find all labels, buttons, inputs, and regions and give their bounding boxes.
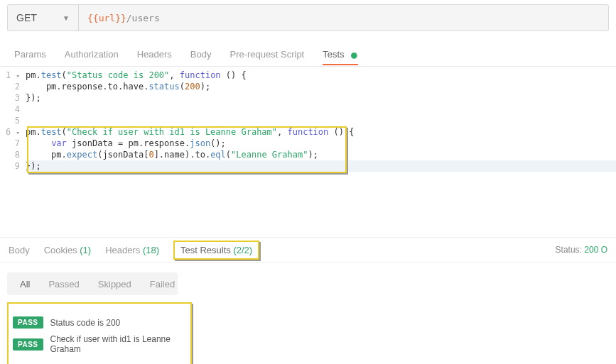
method-select[interactable]: GET ▼ bbox=[8, 5, 79, 31]
response-status: Status: 200 O bbox=[556, 245, 607, 255]
response-tabs: Body Cookies (1) Headers (18) Test Resul… bbox=[0, 237, 616, 263]
tab-authorization[interactable]: Authorization bbox=[65, 45, 119, 64]
fold-icon[interactable]: ▾ bbox=[11, 129, 20, 136]
test-result-row: PASS Check if user with id1 is Leanne Gr… bbox=[13, 334, 186, 354]
tab-tests[interactable]: Tests ● bbox=[323, 45, 358, 65]
fold-icon[interactable]: ▾ bbox=[11, 72, 20, 79]
response-tab-headers[interactable]: Headers (18) bbox=[105, 245, 159, 255]
url-input[interactable]: {{url}}/users bbox=[79, 5, 608, 31]
url-path: /users bbox=[126, 13, 160, 23]
test-result-label: Status code is 200 bbox=[50, 318, 121, 328]
code-editor[interactable]: 1 ▾ 2 3 4 5 6 ▾ 7 8 9 pm.test("Status co… bbox=[0, 67, 616, 237]
test-result-row: PASS Status code is 200 bbox=[13, 316, 186, 329]
url-variable: {{url}} bbox=[87, 13, 126, 23]
filter-all[interactable]: All bbox=[20, 279, 30, 289]
filter-skipped[interactable]: Skipped bbox=[98, 279, 131, 289]
request-tabs: Params Authorization Headers Body Pre-re… bbox=[0, 43, 616, 67]
pass-badge: PASS bbox=[13, 316, 43, 329]
result-filter-bar: All Passed Skipped Failed bbox=[7, 272, 178, 295]
tab-headers[interactable]: Headers bbox=[137, 45, 172, 64]
pass-badge: PASS bbox=[13, 338, 43, 351]
tab-prerequest[interactable]: Pre-request Script bbox=[229, 45, 304, 64]
chevron-down-icon: ▼ bbox=[63, 14, 70, 22]
test-results-box: PASS Status code is 200 PASS Check if us… bbox=[7, 302, 192, 364]
response-tab-body[interactable]: Body bbox=[9, 245, 30, 255]
line-gutter: 1 ▾ 2 3 4 5 6 ▾ 7 8 9 bbox=[0, 70, 26, 237]
dot-indicator-icon: ● bbox=[346, 47, 359, 62]
code-content[interactable]: pm.test("Status code is 200", function (… bbox=[26, 70, 616, 237]
test-result-label: Check if user with id1 is Leanne Graham bbox=[50, 334, 187, 354]
method-label: GET bbox=[16, 12, 37, 23]
tab-params[interactable]: Params bbox=[14, 45, 46, 64]
filter-passed[interactable]: Passed bbox=[48, 279, 79, 289]
request-bar: GET ▼ {{url}}/users bbox=[7, 4, 609, 31]
tab-body[interactable]: Body bbox=[190, 45, 212, 64]
tab-tests-label: Tests bbox=[323, 49, 344, 60]
response-tab-cookies[interactable]: Cookies (1) bbox=[44, 245, 91, 255]
response-tab-test-results[interactable]: Test Results (2/2) bbox=[173, 241, 259, 260]
filter-failed[interactable]: Failed bbox=[150, 279, 175, 289]
